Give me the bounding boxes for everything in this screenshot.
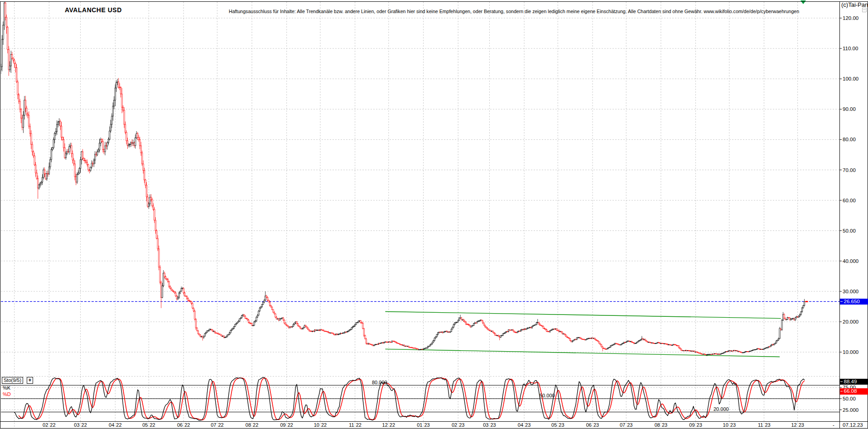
stochastic-d-value-tag: 66.08 [840, 388, 868, 395]
stochastic-d-label: %D [3, 391, 11, 397]
x-year-label: 22 [150, 422, 155, 428]
x-month-label: 06 [177, 422, 183, 428]
x-month-label: 10 [723, 422, 728, 428]
add-indicator-button[interactable]: + [27, 377, 33, 384]
candles-layer [0, 0, 805, 356]
x-year-label: 23 [593, 422, 599, 428]
x-year-label: 22 [116, 422, 121, 428]
x-month-label: 07 [620, 422, 625, 428]
x-month-label: 11 [758, 422, 763, 428]
x-year-label: 23 [765, 422, 770, 428]
collapse-axis-icon[interactable] [862, 8, 867, 12]
copyright-label: (c)Tai-Pan [841, 1, 868, 8]
disclaimer-text: Haftungsausschluss für Inhalte: Alle Tre… [229, 9, 799, 14]
x-axis-partial-label: - [833, 422, 834, 428]
y-tick-label: 100.00 [843, 76, 858, 81]
latest-bar-marker-icon [800, 0, 806, 4]
x-axis-date-label: 07.12.23 [843, 422, 863, 428]
x-month-label: 04 [518, 422, 523, 428]
x-month-label: 03 [74, 422, 79, 428]
x-month-label: 09 [280, 422, 285, 428]
stochastic-settings-button[interactable]: Sto(9/5) [2, 377, 23, 384]
y-tick-label: 10.000 [843, 349, 858, 355]
sto-level-label: 20.000 [714, 406, 729, 412]
x-year-label: 23 [459, 422, 464, 428]
y-tick-label: 30.000 [843, 289, 858, 294]
price-chart-canvas[interactable]: 80.00050.00020.000120.00110.00100.0090.0… [0, 0, 868, 429]
x-year-label: 23 [490, 422, 496, 428]
x-month-label: 02 [452, 422, 457, 428]
stochastic-d-line [19, 378, 805, 420]
sto-level-label: 50.000 [540, 393, 555, 398]
chart-title: AVALANCHE USD [65, 6, 122, 14]
x-year-label: 23 [559, 422, 564, 428]
stochastic-k-line [14, 377, 805, 420]
x-month-label: 01 [417, 422, 422, 428]
x-year-label: 23 [730, 422, 736, 428]
x-month-label: 08 [246, 422, 251, 428]
sto-tick-label: 25.000 [843, 407, 858, 413]
x-month-label: 03 [483, 422, 488, 428]
x-year-label: 23 [525, 422, 530, 428]
x-year-label: 23 [627, 422, 632, 428]
x-year-label: 22 [356, 422, 362, 428]
x-year-label: 22 [184, 422, 190, 428]
last-price-tag: 26.650 [840, 299, 868, 305]
y-tick-label: 20.000 [843, 319, 858, 324]
x-year-label: 23 [697, 422, 702, 428]
x-month-label: 11 [349, 422, 354, 428]
x-month-label: 05 [142, 422, 148, 428]
y-tick-label: 80.00 [843, 137, 856, 142]
x-month-label: 07 [211, 422, 216, 428]
y-tick-label: 110.00 [843, 46, 858, 51]
current-price-tick [805, 301, 808, 302]
y-tick-label: 90.00 [843, 106, 856, 112]
y-tick-label: 40.000 [843, 258, 858, 264]
x-year-label: 23 [662, 422, 667, 428]
x-month-label: 08 [655, 422, 660, 428]
x-year-label: 22 [50, 422, 55, 428]
x-month-label: 04 [109, 422, 114, 428]
x-month-label: 12 [791, 422, 796, 428]
x-month-label: 05 [551, 422, 557, 428]
x-month-label: 12 [382, 422, 388, 428]
x-month-label: 10 [314, 422, 319, 428]
x-year-label: 22 [390, 422, 395, 428]
x-year-label: 22 [321, 422, 327, 428]
upper-trendline [385, 312, 781, 319]
sto-level-label: 80.000 [372, 380, 387, 385]
chart-window: 80.00050.00020.000120.00110.00100.0090.0… [0, 0, 868, 429]
x-year-label: 23 [799, 422, 804, 428]
x-month-label: 09 [689, 422, 694, 428]
lower-trendline [385, 349, 780, 357]
y-tick-label: 120.00 [843, 15, 858, 21]
x-year-label: 23 [424, 422, 430, 428]
x-year-label: 22 [253, 422, 258, 428]
x-month-label: 06 [586, 422, 592, 428]
y-tick-label: 60.00 [843, 198, 856, 203]
x-month-label: 02 [43, 422, 48, 428]
x-year-label: 22 [288, 422, 293, 428]
y-tick-label: 50.00 [843, 228, 856, 234]
y-tick-label: 70.00 [843, 167, 856, 173]
x-year-label: 22 [82, 422, 87, 428]
stochastic-k-value-tag: 88.49 [840, 379, 868, 385]
stochastic-k-label: %K [3, 385, 10, 391]
sto-tick-label: 50.00 [843, 396, 856, 401]
x-year-label: 22 [218, 422, 223, 428]
